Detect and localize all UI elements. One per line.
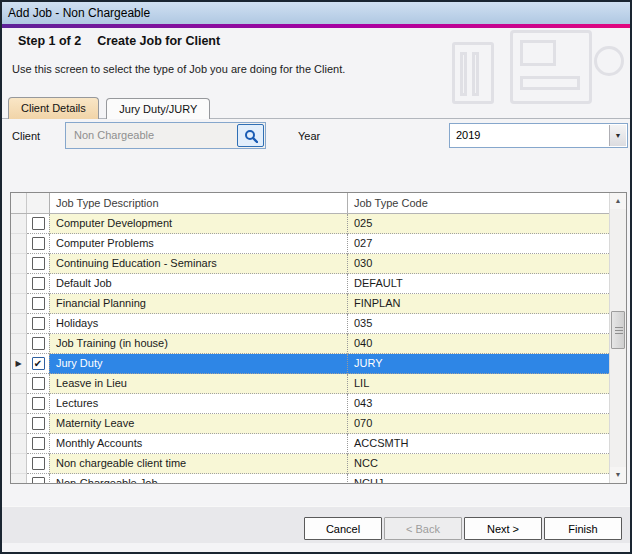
row-checkbox-cell[interactable] — [27, 314, 49, 334]
office-illustration — [452, 30, 624, 114]
checkbox-icon[interactable] — [32, 437, 45, 450]
job-type-code-cell[interactable]: 040 — [347, 334, 609, 354]
job-type-code-cell[interactable]: 043 — [347, 394, 609, 414]
column-header-description[interactable]: Job Type Description — [49, 193, 347, 213]
client-search-button[interactable] — [237, 124, 264, 147]
table-row[interactable]: Computer Development025 — [11, 214, 609, 234]
row-indicator-cell — [11, 254, 27, 274]
row-checkbox-cell[interactable] — [27, 274, 49, 294]
job-type-code-cell[interactable]: ACCSMTH — [347, 434, 609, 454]
back-button[interactable]: < Back — [384, 517, 462, 540]
row-checkbox-cell[interactable] — [27, 334, 49, 354]
row-checkbox-cell[interactable] — [27, 294, 49, 314]
checkbox-icon[interactable] — [32, 277, 45, 290]
row-indicator-cell — [11, 274, 27, 294]
table-row[interactable]: Leasve in LieuLIL — [11, 374, 609, 394]
row-checkbox-cell[interactable] — [27, 214, 49, 234]
job-type-description-cell[interactable]: Default Job — [49, 274, 347, 294]
job-type-code-cell[interactable]: 035 — [347, 314, 609, 334]
row-indicator-cell — [11, 434, 27, 454]
row-checkbox-cell[interactable] — [27, 234, 49, 254]
step-title: Create Job for Client — [97, 34, 220, 48]
job-type-code-cell[interactable]: 070 — [347, 414, 609, 434]
job-type-description-cell[interactable]: Monthly Accounts — [49, 434, 347, 454]
table-row[interactable]: ▶✔Jury DutyJURY — [11, 354, 609, 374]
client-field[interactable]: Non Chargeable — [65, 122, 266, 149]
job-type-code-cell[interactable]: 030 — [347, 254, 609, 274]
checkbox-icon[interactable] — [32, 237, 45, 250]
job-type-code-cell[interactable]: FINPLAN — [347, 294, 609, 314]
scroll-down-button[interactable]: ▼ — [610, 467, 626, 483]
job-type-description-cell[interactable]: Computer Problems — [49, 234, 347, 254]
job-type-code-cell[interactable]: 027 — [347, 234, 609, 254]
title-bar[interactable]: Add Job - Non Chargeable — [2, 2, 630, 24]
column-header-code[interactable]: Job Type Code — [347, 193, 609, 213]
job-type-code-cell[interactable]: NCHJ — [347, 474, 609, 483]
row-checkbox-cell[interactable] — [27, 434, 49, 454]
tab-client-details[interactable]: Client Details — [8, 97, 99, 119]
checkbox-icon[interactable] — [32, 297, 45, 310]
row-indicator-cell — [11, 234, 27, 254]
table-row[interactable]: Maternity Leave070 — [11, 414, 609, 434]
table-row[interactable]: Job Training (in house)040 — [11, 334, 609, 354]
table-row[interactable]: Continuing Education - Seminars030 — [11, 254, 609, 274]
job-type-description-cell[interactable]: Maternity Leave — [49, 414, 347, 434]
row-checkbox-cell[interactable] — [27, 394, 49, 414]
checkbox-icon[interactable] — [32, 217, 45, 230]
finish-button[interactable]: Finish — [544, 517, 622, 540]
job-type-description-cell[interactable]: Continuing Education - Seminars — [49, 254, 347, 274]
job-type-description-cell[interactable]: Holidays — [49, 314, 347, 334]
table-row[interactable]: Default JobDEFAULT — [11, 274, 609, 294]
row-indicator-cell — [11, 454, 27, 474]
row-checkbox-cell[interactable] — [27, 254, 49, 274]
checkbox-icon[interactable] — [32, 377, 45, 390]
next-button[interactable]: Next > — [464, 517, 542, 540]
job-type-code-cell[interactable]: LIL — [347, 374, 609, 394]
grid-header: Job Type Description Job Type Code — [11, 193, 609, 214]
arrow-up-icon: ▲ — [615, 197, 622, 204]
job-type-description-cell[interactable]: Leasve in Lieu — [49, 374, 347, 394]
table-row[interactable]: Non-Chargeable JobNCHJ — [11, 474, 609, 483]
table-row[interactable]: Lectures043 — [11, 394, 609, 414]
job-type-code-cell[interactable]: DEFAULT — [347, 274, 609, 294]
checkbox-icon[interactable] — [32, 417, 45, 430]
job-type-description-cell[interactable]: Jury Duty — [49, 354, 347, 374]
job-type-description-cell[interactable]: Lectures — [49, 394, 347, 414]
table-row[interactable]: Financial PlanningFINPLAN — [11, 294, 609, 314]
job-type-code-cell[interactable]: JURY — [347, 354, 609, 374]
table-row[interactable]: Non chargeable client timeNCC — [11, 454, 609, 474]
checkbox-icon[interactable] — [32, 317, 45, 330]
scrollbar-thumb[interactable] — [611, 311, 625, 349]
vertical-scrollbar[interactable]: ▲ ▼ — [609, 193, 626, 483]
checkbox-icon[interactable] — [32, 477, 45, 483]
job-type-description-cell[interactable]: Financial Planning — [49, 294, 347, 314]
row-checkbox-cell[interactable]: ✔ — [27, 354, 49, 374]
tab-jury-duty[interactable]: Jury Duty/JURY — [106, 98, 210, 119]
step-indicator: Step 1 of 2 — [18, 34, 81, 48]
job-type-description-cell[interactable]: Non-Chargeable Job — [49, 474, 347, 483]
scroll-up-button[interactable]: ▲ — [610, 193, 626, 209]
table-row[interactable]: Holidays035 — [11, 314, 609, 334]
row-checkbox-cell[interactable] — [27, 474, 49, 483]
row-checkbox-cell[interactable] — [27, 414, 49, 434]
job-type-code-cell[interactable]: 025 — [347, 214, 609, 234]
row-checkbox-cell[interactable] — [27, 374, 49, 394]
tab-strip: Client Details Jury Duty/JURY — [8, 97, 213, 119]
job-type-description-cell[interactable]: Job Training (in house) — [49, 334, 347, 354]
dropdown-button[interactable]: ▼ — [609, 125, 626, 146]
cancel-button[interactable]: Cancel — [304, 517, 382, 540]
checkbox-icon[interactable] — [32, 337, 45, 350]
table-row[interactable]: Computer Problems027 — [11, 234, 609, 254]
job-type-description-cell[interactable]: Computer Development — [49, 214, 347, 234]
year-dropdown[interactable]: 2019 ▼ — [449, 123, 628, 148]
checkbox-icon[interactable] — [32, 397, 45, 410]
job-type-code-cell[interactable]: NCC — [347, 454, 609, 474]
checkbox-icon[interactable] — [32, 257, 45, 270]
grid-clip: Job Type Description Job Type Code Compu… — [11, 193, 609, 483]
row-indicator-cell — [11, 294, 27, 314]
table-row[interactable]: Monthly AccountsACCSMTH — [11, 434, 609, 454]
job-type-description-cell[interactable]: Non chargeable client time — [49, 454, 347, 474]
checkbox-checked-icon[interactable]: ✔ — [32, 357, 45, 370]
checkbox-icon[interactable] — [32, 457, 45, 470]
row-checkbox-cell[interactable] — [27, 454, 49, 474]
